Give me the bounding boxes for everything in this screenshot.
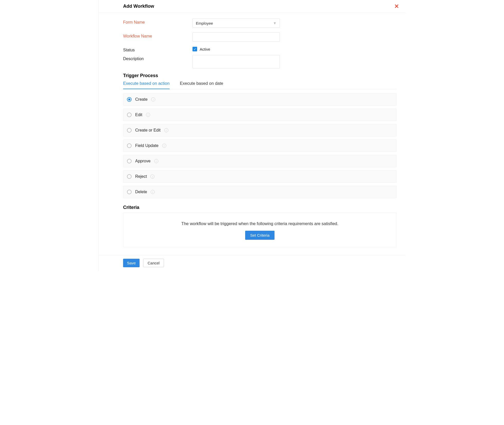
row-status: Status ✓ Active [123, 46, 397, 52]
trigger-option-delete[interactable]: Delete i [123, 186, 397, 198]
checkbox-status[interactable]: ✓ [193, 47, 197, 51]
row-description: Description [123, 55, 397, 68]
chevron-down-icon: ▼ [273, 21, 277, 25]
radio-create-or-edit[interactable] [127, 128, 132, 133]
form-area: Form Name Employee ▼ Workflow Name Statu… [99, 13, 406, 250]
radio-label-edit: Edit [135, 113, 142, 117]
criteria-message: The workflow will be triggered when the … [129, 221, 391, 226]
tab-execute-on-date[interactable]: Execute based on date [180, 81, 223, 89]
info-icon[interactable]: i [146, 113, 150, 117]
radio-approve[interactable] [127, 159, 132, 163]
add-workflow-modal: Add Workflow ✕ Form Name Employee ▼ Work… [98, 0, 406, 271]
select-form-name-value: Employee [196, 21, 213, 25]
modal-footer: Save Cancel [99, 255, 406, 271]
radio-create[interactable] [127, 97, 132, 102]
input-description[interactable] [193, 55, 280, 68]
radio-reject[interactable] [127, 174, 132, 179]
radio-edit[interactable] [127, 113, 132, 117]
tab-execute-on-action[interactable]: Execute based on action [123, 81, 170, 89]
cancel-button[interactable]: Cancel [143, 259, 164, 267]
trigger-option-field-update[interactable]: Field Update i [123, 140, 397, 152]
info-icon[interactable]: i [162, 144, 166, 148]
row-form-name: Form Name Employee ▼ [123, 19, 397, 28]
trigger-option-list: Create i Edit i Create or Edit i Field U… [123, 93, 397, 198]
criteria-box: The workflow will be triggered when the … [123, 213, 397, 247]
radio-label-delete: Delete [135, 190, 147, 194]
trigger-option-create-or-edit[interactable]: Create or Edit i [123, 124, 397, 136]
trigger-option-approve[interactable]: Approve i [123, 155, 397, 167]
radio-label-field-update: Field Update [135, 143, 159, 148]
checkbox-status-wrap: ✓ Active [193, 46, 210, 51]
trigger-tabs: Execute based on action Execute based on… [123, 81, 397, 89]
label-workflow-name: Workflow Name [123, 32, 193, 39]
modal-title: Add Workflow [123, 4, 397, 9]
modal-header: Add Workflow ✕ [99, 0, 406, 13]
label-description: Description [123, 55, 193, 61]
radio-label-create: Create [135, 97, 148, 102]
save-button[interactable]: Save [123, 259, 140, 267]
trigger-option-reject[interactable]: Reject i [123, 170, 397, 183]
trigger-process-title: Trigger Process [123, 73, 397, 78]
info-icon[interactable]: i [164, 128, 168, 132]
label-status: Status [123, 46, 193, 52]
criteria-title: Criteria [123, 205, 397, 210]
close-icon[interactable]: ✕ [394, 4, 399, 9]
row-workflow-name: Workflow Name [123, 32, 397, 42]
info-icon[interactable]: i [151, 97, 155, 101]
trigger-option-edit[interactable]: Edit i [123, 109, 397, 121]
radio-label-approve: Approve [135, 159, 151, 163]
radio-field-update[interactable] [127, 143, 132, 148]
info-icon[interactable]: i [151, 190, 155, 194]
label-form-name: Form Name [123, 19, 193, 25]
radio-label-create-or-edit: Create or Edit [135, 128, 161, 133]
radio-delete[interactable] [127, 190, 132, 194]
select-form-name[interactable]: Employee ▼ [193, 19, 280, 28]
set-criteria-button[interactable]: Set Criteria [245, 231, 274, 240]
info-icon[interactable]: i [150, 174, 154, 179]
input-workflow-name[interactable] [193, 32, 280, 42]
trigger-option-create[interactable]: Create i [123, 93, 397, 106]
radio-label-reject: Reject [135, 174, 147, 179]
checkbox-status-label: Active [200, 47, 210, 51]
info-icon[interactable]: i [154, 159, 158, 163]
